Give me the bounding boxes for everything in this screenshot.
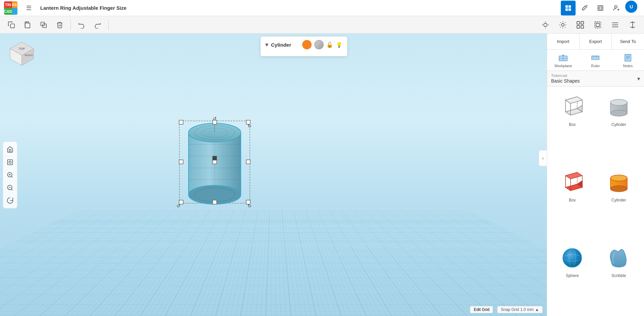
svg-rect-4 — [598, 5, 603, 10]
edit-grid-button[interactable]: Edit Grid — [470, 306, 493, 313]
shape-cylinder-wire-label: Cylinder — [611, 122, 626, 127]
grid-canvas — [0, 210, 547, 316]
workplane-label: Workplane — [554, 64, 572, 68]
viewport[interactable]: TOP RIGHT — [0, 34, 547, 316]
panel-expand-button[interactable]: › — [539, 150, 547, 166]
shape-box-red[interactable]: Box — [551, 166, 594, 236]
snap-grid-chevron[interactable]: ▲ — [535, 307, 539, 312]
svg-rect-5 — [599, 7, 601, 9]
svg-rect-18 — [595, 22, 601, 28]
cube-indicator[interactable]: TOP RIGHT — [7, 40, 34, 67]
shape-dropdown-chevron[interactable]: ▾ — [637, 76, 640, 82]
shape-info-title: Cylinder — [271, 42, 300, 48]
topbar: TIN KER CAD ☰ Lantern Ring Adjustable Fi… — [0, 0, 644, 16]
export-button[interactable]: Export — [580, 34, 612, 49]
copy-button[interactable] — [4, 17, 19, 32]
shape-cylinder-orange[interactable]: Cylinder — [598, 166, 640, 236]
notes-label: Notes — [623, 64, 633, 68]
svg-rect-19 — [596, 23, 599, 27]
shape-dropdown-value: Basic Shapes — [551, 78, 580, 84]
shape-dropdown: Tinkercad Basic Shapes ▾ — [547, 71, 644, 87]
bottombar: Edit Grid Snap Grid 1.0 mm ▲ — [470, 306, 543, 313]
shapes-grid: Box — [547, 87, 644, 316]
frame-view-button[interactable] — [4, 156, 16, 168]
shape-sphere-blue[interactable]: Sphere — [551, 242, 594, 312]
snap-grid: Snap Grid 1.0 mm ▲ — [497, 306, 543, 313]
svg-text:↺: ↺ — [176, 203, 180, 209]
ruler-label: Ruler — [591, 64, 600, 68]
shape-box-wire-label: Box — [569, 122, 576, 127]
hidden-tool[interactable] — [538, 17, 553, 32]
home-view-button[interactable] — [4, 144, 16, 155]
shape-cylinder-orange-label: Cylinder — [611, 198, 626, 202]
ruler-button[interactable]: Ruler — [579, 50, 611, 71]
svg-rect-56 — [213, 160, 217, 164]
undo-button[interactable] — [74, 17, 89, 32]
workplane-button[interactable]: Workplane — [547, 50, 579, 71]
light-tool[interactable] — [555, 17, 570, 32]
shape-material-button[interactable] — [314, 40, 324, 49]
logo-i: KER — [12, 1, 17, 8]
zoom-out-button[interactable] — [4, 182, 16, 193]
duplicate-button[interactable] — [36, 17, 51, 32]
svg-point-86 — [610, 110, 627, 116]
shape-box-red-label: Box — [569, 198, 576, 202]
svg-point-13 — [561, 24, 564, 26]
mirror-tool[interactable] — [625, 17, 640, 32]
logo-t: TIN — [4, 1, 12, 8]
actionbar-right — [538, 17, 640, 32]
svg-rect-7 — [10, 24, 14, 28]
svg-rect-57 — [246, 160, 250, 164]
project-title: Lantern Ring Adjustable Finger Size — [40, 5, 126, 11]
shape-light-button[interactable]: 💡 — [336, 42, 342, 48]
svg-point-85 — [610, 99, 627, 105]
notes-button[interactable]: Notes — [612, 50, 644, 71]
send-to-button[interactable]: Send To — [612, 34, 644, 49]
left-toolbar — [3, 141, 17, 209]
svg-rect-2 — [566, 8, 568, 10]
group-tool[interactable] — [573, 17, 588, 32]
shape-color-button[interactable] — [302, 40, 312, 49]
svg-rect-15 — [581, 21, 584, 24]
build-button[interactable] — [577, 1, 592, 15]
logo-k: CAD — [4, 8, 12, 15]
right-panel: Import Export Send To Workplane — [547, 34, 644, 316]
svg-text:↻: ↻ — [248, 123, 252, 129]
menu-button[interactable]: ☰ — [21, 1, 36, 15]
import-button[interactable]: Import — [547, 34, 580, 49]
main: TOP RIGHT — [0, 34, 644, 316]
shape-box-wire[interactable]: Box — [551, 91, 594, 161]
rotate-view-button[interactable] — [4, 195, 16, 206]
logo: TIN KER CAD — [4, 1, 17, 15]
svg-rect-55 — [179, 160, 183, 164]
cylinder-scene[interactable]: ↺ ↺ ↻ ↻ — [174, 101, 255, 212]
dashboard-button[interactable] — [561, 1, 576, 15]
svg-rect-3 — [569, 8, 571, 10]
svg-rect-17 — [581, 26, 584, 28]
svg-rect-9 — [25, 23, 30, 28]
align-tool[interactable] — [608, 17, 623, 32]
right-topbar: Import Export Send To — [547, 34, 644, 50]
add-user-button[interactable] — [609, 1, 624, 15]
redo-button[interactable] — [90, 17, 105, 32]
shape-scribble[interactable]: Scribble — [598, 242, 640, 312]
svg-text:↻: ↻ — [248, 203, 252, 209]
zoom-in-button[interactable] — [4, 169, 16, 181]
shape-sphere-blue-label: Sphere — [566, 273, 579, 278]
delete-button[interactable] — [52, 17, 67, 32]
user-avatar[interactable]: U — [625, 1, 637, 13]
shape-cylinder-wire[interactable]: Cylinder — [598, 91, 640, 161]
snap-grid-value: 1.0 mm — [520, 307, 534, 312]
circuit-button[interactable] — [593, 1, 608, 15]
paste-button[interactable] — [20, 17, 35, 32]
svg-line-35 — [11, 189, 13, 190]
svg-rect-14 — [577, 21, 580, 24]
shape-dropdown-arrow[interactable]: ▾ — [265, 41, 268, 48]
shape-lock-button[interactable]: 🔓 — [326, 42, 333, 48]
svg-rect-0 — [566, 5, 568, 7]
svg-point-95 — [610, 175, 627, 181]
svg-rect-61 — [213, 156, 217, 160]
ungroup-tool[interactable] — [590, 17, 605, 32]
svg-point-12 — [544, 23, 547, 27]
shape-info-panel: ▾ Cylinder 🔓 💡 — [260, 36, 347, 56]
